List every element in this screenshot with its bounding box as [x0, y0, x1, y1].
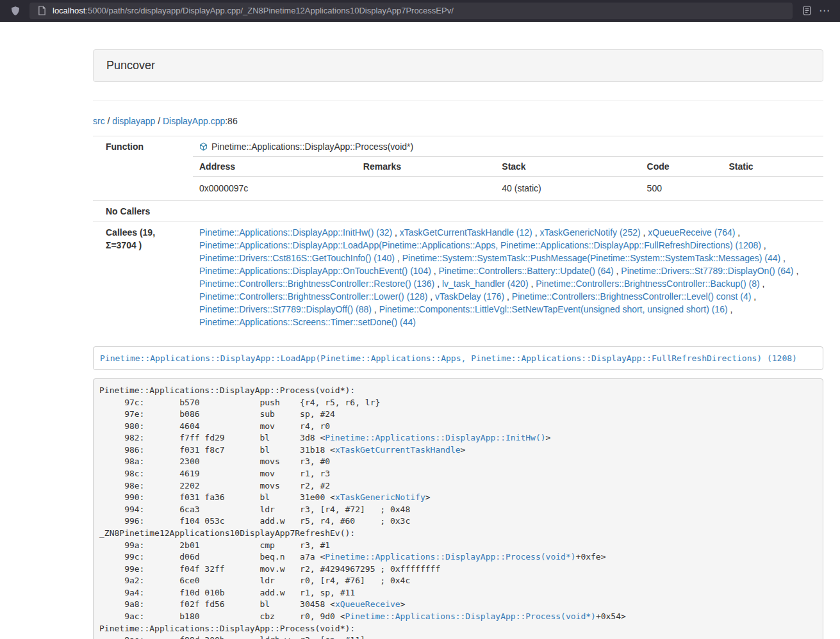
callee-link[interactable]: Pinetime::Controllers::BrightnessControl… [536, 279, 759, 289]
callees-list: Pinetime::Applications::DisplayApp::Init… [193, 222, 823, 333]
asm-line: 980: 4604 mov r4, r0 [99, 421, 817, 433]
reader-view-icon[interactable] [798, 3, 816, 19]
asm-line: 98a: 2300 movs r3, #0 [99, 456, 817, 468]
callee-link[interactable]: Pinetime::Applications::Screens::Timer::… [199, 317, 416, 327]
breadcrumb-separator: / [105, 116, 113, 126]
asm-symbol-link[interactable]: xTaskGetCurrentTaskHandle [335, 445, 461, 455]
page-icon[interactable] [36, 3, 47, 19]
breadcrumb-line-number: :86 [225, 116, 237, 126]
asm-symbol-link[interactable]: Pinetime::Applications::DisplayApp::Proc… [325, 552, 575, 562]
callee-link[interactable]: Pinetime::Controllers::BrightnessControl… [512, 291, 751, 302]
value-code: 500 [641, 177, 723, 201]
url-bar[interactable]: localhost:5000/path/src/displayapp/Displ… [29, 3, 793, 19]
callee-link[interactable]: Pinetime::Drivers::St7789::DisplayOff() … [199, 304, 372, 314]
asm-line: 97c: b570 push {r4, r5, r6, lr} [99, 397, 817, 409]
value-remarks [357, 177, 495, 201]
browser-toolbar: localhost:5000/path/src/displayapp/Displ… [0, 0, 840, 22]
asm-line: 986: f031 f8c7 bl 31b18 <xTaskGetCurrent… [99, 444, 817, 457]
asm-line: 994: 6ca3 ldr r3, [r4, #72] ; 0x48 [99, 504, 817, 516]
asm-line: 97e: b086 sub sp, #24 [99, 408, 817, 421]
asm-line: 982: f7ff fd29 bl 3d8 <Pinetime::Applica… [99, 432, 817, 444]
shield-icon[interactable] [6, 3, 24, 19]
asm-line: 98e: 2202 movs r2, #2 [99, 480, 817, 492]
value-static [723, 177, 823, 201]
asm-symbol-link[interactable]: Pinetime::Applications::DisplayApp::Proc… [345, 611, 596, 621]
asm-line: 996: f104 053c add.w r5, r4, #60 ; 0x3c [99, 515, 817, 528]
function-name-row: Pinetime::Applications::DisplayApp::Proc… [193, 140, 823, 153]
asm-line: 9ae: f89d 300b ldrb.w r3, [sp, #11] [99, 635, 817, 639]
url-text: localhost:5000/path/src/displayapp/Displ… [53, 6, 454, 15]
callees-row: Callees (19, Σ=3704 ) Pinetime::Applicat… [93, 222, 823, 333]
assembly-code: Pinetime::Applications::DisplayApp::Proc… [93, 378, 823, 639]
column-code: Code [641, 157, 723, 177]
callee-link[interactable]: Pinetime::Drivers::St7789::DisplayOn() (… [621, 266, 793, 276]
asm-line: 99e: f04f 32ff mov.w r2, #4294967295 ; 0… [99, 563, 817, 576]
callee-link[interactable]: Pinetime::System::SystemTask::PushMessag… [402, 253, 781, 263]
asm-line: 98c: 4619 mov r1, r3 [99, 468, 817, 480]
stats-header-row: Address Remarks Stack Code Static [193, 157, 823, 177]
function-row: Function Pinetime::Applications::Display… [93, 136, 823, 201]
value-address: 0x0000097c [193, 177, 357, 201]
page-content: Puncover src / displayapp / DisplayApp.c… [93, 22, 823, 639]
value-stack: 40 (static) [495, 177, 640, 201]
url-host: localhost [53, 6, 85, 15]
function-stats-table: Address Remarks Stack Code Static 0x0000… [193, 156, 823, 200]
callee-link[interactable]: Pinetime::Controllers::BrightnessControl… [199, 279, 434, 289]
breadcrumb: src / displayapp / DisplayApp.cpp:86 [93, 115, 823, 127]
callee-link[interactable]: Pinetime::Drivers::Cst816S::GetTouchInfo… [199, 253, 395, 263]
no-callers-row: No Callers [93, 201, 823, 222]
asm-line: 99a: 2b01 cmp r3, #1 [99, 540, 817, 552]
function-name: Pinetime::Applications::DisplayApp::Proc… [211, 140, 413, 153]
breadcrumb-link[interactable]: displayapp [112, 116, 155, 126]
asm-line: Pinetime::Applications::DisplayApp::Proc… [99, 623, 817, 635]
callee-link[interactable]: xTaskGenericNotify (252) [539, 227, 640, 238]
highlighted-callee-box: Pinetime::Applications::DisplayApp::Load… [93, 346, 823, 370]
asm-symbol-link[interactable]: Pinetime::Applications::DisplayApp::Init… [325, 433, 545, 442]
callee-link[interactable]: xTaskGetCurrentTaskHandle (12) [400, 227, 532, 238]
asm-symbol-link[interactable]: xQueueReceive [335, 599, 400, 609]
column-stack: Stack [495, 157, 640, 177]
more-menu-icon[interactable]: ⋯ [816, 3, 834, 19]
asm-line: 9ac: b180 cbz r0, 9d0 <Pinetime::Applica… [99, 611, 817, 623]
stats-value-row: 0x0000097c 40 (static) 500 [193, 177, 823, 201]
asm-symbol-link[interactable]: xTaskGenericNotify [335, 492, 425, 502]
function-label: Function [93, 136, 193, 201]
asm-line: 9a8: f02f fd56 bl 30458 <xQueueReceive> [99, 599, 817, 611]
column-remarks: Remarks [357, 157, 495, 177]
callee-link[interactable]: lv_task_handler (420) [442, 279, 529, 289]
no-callers-label: No Callers [93, 201, 193, 222]
asm-line: Pinetime::Applications::DisplayApp::Proc… [99, 385, 817, 397]
asm-line: 9a4: f10d 010b add.w r1, sp, #11 [99, 587, 817, 599]
highlighted-callee-link[interactable]: Pinetime::Applications::DisplayApp::Load… [100, 353, 797, 363]
url-path: :5000/path/src/displayapp/DisplayApp.cpp… [85, 6, 454, 15]
breadcrumb-link[interactable]: DisplayApp.cpp [163, 116, 225, 126]
column-address: Address [193, 157, 357, 177]
asm-line: _ZN8Pinetime12Applications10DisplayApp7R… [99, 528, 817, 540]
asm-line: 990: f031 fa36 bl 31e00 <xTaskGenericNot… [99, 492, 817, 504]
callee-link[interactable]: Pinetime::Applications::DisplayApp::Load… [199, 240, 761, 250]
asm-line: 99c: d06d beq.n a7a <Pinetime::Applicati… [99, 551, 817, 563]
asm-line: 9a2: 6ce0 ldr r0, [r4, #76] ; 0x4c [99, 575, 817, 587]
callee-link[interactable]: Pinetime::Components::LittleVgl::SetNewT… [379, 304, 728, 314]
page-title: Puncover [93, 49, 823, 82]
callee-link[interactable]: vTaskDelay (176) [435, 291, 504, 302]
callees-label: Callees (19, Σ=3704 ) [93, 222, 193, 333]
function-cube-icon [199, 142, 208, 151]
callee-link[interactable]: xQueueReceive (764) [648, 227, 735, 238]
function-table: Function Pinetime::Applications::Display… [93, 136, 823, 332]
breadcrumb-separator: / [155, 116, 163, 126]
callee-link[interactable]: Pinetime::Controllers::Battery::Update()… [439, 266, 614, 276]
callee-link[interactable]: Pinetime::Applications::DisplayApp::OnTo… [199, 266, 431, 276]
callee-link[interactable]: Pinetime::Applications::DisplayApp::Init… [199, 227, 392, 238]
callee-link[interactable]: Pinetime::Controllers::BrightnessControl… [199, 291, 427, 302]
breadcrumb-link[interactable]: src [93, 116, 105, 126]
column-static: Static [723, 157, 823, 177]
divider [93, 100, 823, 101]
